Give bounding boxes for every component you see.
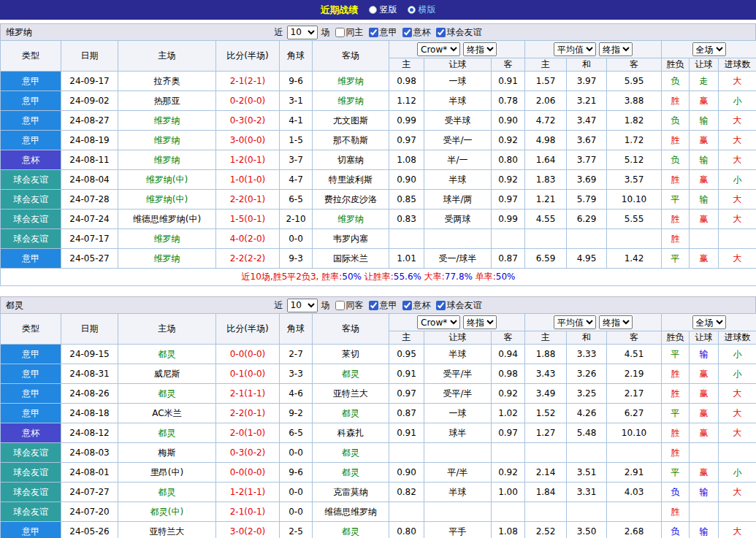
away-team[interactable]: 国际米兰	[313, 249, 389, 269]
avg-home-odds: 1.21	[525, 190, 567, 210]
away-team[interactable]: 维罗纳	[313, 210, 389, 229]
away-team[interactable]: 科森扎	[313, 423, 389, 443]
away-team[interactable]: 维罗纳	[313, 72, 389, 91]
away-team[interactable]: 那不勒斯	[313, 131, 389, 150]
same-venue-filter-checkbox[interactable]	[335, 301, 345, 310]
view-radio-vertical[interactable]: 竖版	[369, 4, 397, 16]
result-cell: 胜	[662, 502, 690, 522]
league-filter-2[interactable]: 球会友谊	[436, 26, 482, 39]
avg-draw-odds: 3.51	[567, 463, 607, 483]
league-filter-0-checkbox[interactable]	[369, 301, 378, 310]
league-filter-0-checkbox[interactable]	[369, 28, 378, 37]
result-cell: 平	[662, 249, 690, 269]
sub-col-header: 进球数	[719, 58, 756, 72]
home-team[interactable]: 维罗纳(中)	[118, 170, 216, 190]
view-radio-horizontal[interactable]: 横版	[408, 4, 436, 16]
away-team[interactable]: 尤文图斯	[313, 111, 389, 131]
same-venue-filter-checkbox[interactable]	[335, 28, 345, 37]
goals-result-cell: 大	[719, 150, 756, 170]
home-team[interactable]: 维德思维罗纳(中)	[118, 210, 216, 229]
odds-final-select[interactable]: 终指	[463, 315, 497, 329]
home-team[interactable]: 梅斯	[118, 443, 216, 463]
league-filter-0[interactable]: 意甲	[369, 299, 397, 312]
away-team[interactable]: 切塞纳	[313, 150, 389, 170]
home-team[interactable]: 都灵	[118, 345, 216, 364]
home-team[interactable]: 都灵(中)	[118, 502, 216, 522]
away-team[interactable]: 都灵	[313, 443, 389, 463]
matches-table: 类型日期主场比分(半场)角球客场Crow*终指平均值终指全场主让球客主和客胜负让…	[0, 40, 756, 286]
home-team[interactable]: 亚特兰大	[118, 522, 216, 538]
league-filter-1[interactable]: 意杯	[402, 299, 431, 312]
result-cell: 胜	[662, 170, 690, 190]
league-filter-1-checkbox[interactable]	[402, 28, 412, 37]
league-filter-2[interactable]: 球会友谊	[436, 299, 482, 312]
league-filter-0[interactable]: 意甲	[369, 26, 397, 39]
full-match-select[interactable]: 全场	[692, 315, 726, 329]
score-cell: 0-0(0-0)	[216, 463, 280, 483]
date-cell: 24-09-15	[61, 345, 118, 364]
odds-source-select[interactable]: Crow*	[417, 42, 460, 56]
league-filter-1[interactable]: 意杯	[402, 26, 431, 39]
home-team[interactable]: 热那亚	[118, 91, 216, 111]
odds-source-select[interactable]: Crow*	[417, 315, 460, 329]
date-cell: 24-08-01	[61, 463, 118, 483]
home-team[interactable]: AC米兰	[118, 404, 216, 423]
recent-count-select[interactable]: 10	[287, 299, 318, 312]
home-team[interactable]: 都灵	[118, 423, 216, 443]
league-filter-2-checkbox[interactable]	[436, 301, 446, 310]
avg-away-odds: 1.42	[607, 249, 662, 269]
avg-source-select[interactable]: 平均值	[554, 42, 596, 56]
avg-draw-odds: 3.77	[567, 150, 607, 170]
home-team[interactable]: 维罗纳	[118, 111, 216, 131]
home-team[interactable]: 维罗纳	[118, 229, 216, 249]
home-team[interactable]: 维罗纳	[118, 150, 216, 170]
avg-home-odds: 6.59	[525, 249, 567, 269]
score-cell: 3-0(2-0)	[216, 522, 280, 538]
home-team[interactable]: 维罗纳(中)	[118, 190, 216, 210]
same-venue-filter[interactable]: 同主	[335, 26, 364, 39]
away-team[interactable]: 韦罗内塞	[313, 229, 389, 249]
avg-draw-odds: 3.26	[567, 364, 607, 384]
filter-controls: 近10场同主意甲意杯球会友谊	[275, 26, 482, 39]
sub-col-header: 主	[525, 58, 567, 72]
handicap-away-odds: 0.99	[492, 210, 525, 229]
away-team[interactable]: 特里波利斯	[313, 170, 389, 190]
home-team[interactable]: 拉齐奥	[118, 72, 216, 91]
home-team[interactable]: 里昂(中)	[118, 463, 216, 483]
match-row: 球会友谊24-08-04维罗纳(中)1-0(1-0)4-7特里波利斯0.90半球…	[1, 170, 756, 190]
date-cell: 24-08-19	[61, 131, 118, 150]
away-team[interactable]: 维德思维罗纳	[313, 502, 389, 522]
away-team[interactable]: 莱切	[313, 345, 389, 364]
away-team[interactable]: 都灵	[313, 522, 389, 538]
away-team[interactable]: 克雷莫纳	[313, 483, 389, 502]
home-team[interactable]: 都灵	[118, 483, 216, 502]
away-team[interactable]: 费拉尔皮沙洛	[313, 190, 389, 210]
date-cell: 24-08-12	[61, 423, 118, 443]
away-team[interactable]: 都灵	[313, 364, 389, 384]
col-header: 客场	[313, 41, 389, 72]
avg-source-select[interactable]: 平均值	[554, 315, 596, 329]
odds-final-select[interactable]: 终指	[463, 42, 497, 56]
recent-count-select[interactable]: 10	[287, 26, 318, 39]
summary-stat-value: 77.8%	[445, 272, 476, 282]
view-radio-horizontal-label: 横版	[419, 4, 436, 16]
league-filter-1-checkbox[interactable]	[402, 301, 412, 310]
league-filter-2-checkbox[interactable]	[436, 28, 446, 37]
score-cell: 1-2(0-1)	[216, 150, 280, 170]
home-team[interactable]: 都灵	[118, 384, 216, 404]
odds-select-group: Crow*终指	[389, 314, 525, 331]
league-cell: 球会友谊	[1, 190, 61, 210]
same-venue-filter[interactable]: 同客	[335, 299, 364, 312]
odds-select-group: Crow*终指	[389, 41, 525, 58]
away-team[interactable]: 亚特兰大	[313, 384, 389, 404]
avg-final-select[interactable]: 终指	[599, 315, 633, 329]
away-team[interactable]: 都灵	[313, 463, 389, 483]
away-team[interactable]: 都灵	[313, 404, 389, 423]
away-team[interactable]: 维罗纳	[313, 91, 389, 111]
league-cell: 球会友谊	[1, 502, 61, 522]
home-team[interactable]: 维罗纳	[118, 131, 216, 150]
home-team[interactable]: 威尼斯	[118, 364, 216, 384]
home-team[interactable]: 维罗纳	[118, 249, 216, 269]
avg-final-select[interactable]: 终指	[599, 42, 633, 56]
full-match-select[interactable]: 全场	[692, 42, 726, 56]
